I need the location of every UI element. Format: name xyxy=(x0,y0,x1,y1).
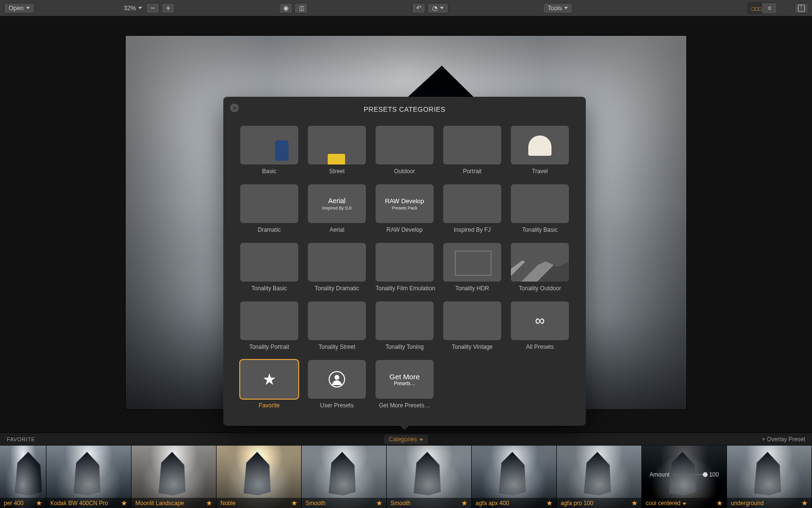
open-button[interactable]: Open xyxy=(4,3,35,14)
category-favorite[interactable]: ★ Favorite xyxy=(240,360,298,409)
star-icon[interactable]: ★ xyxy=(801,499,808,508)
category-thumb xyxy=(376,126,434,164)
category-tonality-outdoor[interactable]: Tonality Outdoor xyxy=(511,243,569,292)
overlay-sub: Presets… xyxy=(394,381,415,386)
history-button[interactable] xyxy=(427,3,449,14)
overlay-sub: Inspired By DJI xyxy=(322,206,351,210)
zoom-out-button[interactable]: − xyxy=(146,3,160,14)
preset-thumb[interactable]: agfa apx 400★ xyxy=(472,446,557,508)
category-label: Tonality Outdoor xyxy=(511,285,569,292)
preset-name: Kodak BW 400CN Pro xyxy=(50,500,108,507)
preset-name: Smooth xyxy=(391,500,410,507)
slider-track[interactable] xyxy=(673,474,705,475)
category-label: Tonality Vintage xyxy=(443,344,501,350)
overlay-sub: Presets Pack xyxy=(392,206,417,210)
star-icon[interactable]: ★ xyxy=(546,499,552,508)
chevron-down-icon xyxy=(440,7,444,9)
star-icon[interactable]: ★ xyxy=(461,499,467,508)
star-icon[interactable]: ★ xyxy=(206,499,212,508)
preview-toggle-button[interactable] xyxy=(279,3,292,14)
category-tonality-toning[interactable]: Tonality Toning xyxy=(376,301,434,350)
categories-label: Categories xyxy=(389,436,417,443)
category-tonality-vintage[interactable]: Tonality Vintage xyxy=(443,301,501,350)
compare-button[interactable] xyxy=(294,3,308,14)
category-user-presets[interactable]: User Presets xyxy=(308,360,366,409)
star-icon[interactable]: ★ xyxy=(36,499,42,508)
category-get-more-presets[interactable]: Get More Presets… Get More Presets… xyxy=(376,360,434,409)
category-raw-develop[interactable]: RAW Develop Presets Pack RAW Develop xyxy=(376,184,434,233)
category-inspired-by-fj[interactable]: Inspired By FJ xyxy=(443,184,501,233)
category-thumb xyxy=(511,184,569,223)
category-basic[interactable]: Basic xyxy=(240,126,298,175)
category-tonality-film-emulation[interactable]: Tonality Film Emulation xyxy=(376,243,434,292)
category-street[interactable]: Street xyxy=(308,126,366,175)
preset-strip[interactable]: per 400★ Kodak BW 400CN Pro★ Moonlit Lan… xyxy=(0,446,812,508)
overlay-preset-button[interactable]: + Overlay Preset xyxy=(762,436,805,443)
presets-icon xyxy=(751,5,759,12)
category-tonality-portrait[interactable]: Tonality Portrait xyxy=(240,301,298,350)
star-icon[interactable]: ★ xyxy=(291,499,297,508)
preset-name: per 400 xyxy=(4,500,24,507)
preset-thumb[interactable]: agfa pro 100★ xyxy=(557,446,642,508)
user-icon xyxy=(329,371,345,388)
preset-thumb[interactable]: Smooth★ xyxy=(302,446,387,508)
preset-name: Moonlit Landscape xyxy=(135,500,184,507)
infinity-icon: ∞ xyxy=(535,313,545,329)
chevron-down-icon xyxy=(138,7,142,9)
chevron-down-icon xyxy=(564,7,568,9)
preset-amount-slider[interactable]: Amount 100 xyxy=(642,471,726,478)
star-icon: ★ xyxy=(262,370,276,388)
preset-section-label: FAVORITE xyxy=(7,436,35,442)
star-icon[interactable]: ★ xyxy=(121,499,127,508)
presets-categories-modal: ✕ PRESETS CATEGORIES Basic Street Outdoo… xyxy=(223,97,586,426)
preset-thumb[interactable]: underground★ xyxy=(727,446,812,508)
category-thumb xyxy=(240,184,298,223)
zoom-in-button[interactable]: + xyxy=(161,3,175,14)
preset-thumb[interactable]: Kodak BW 400CN Pro★ xyxy=(46,446,131,508)
overlay-title: Get More xyxy=(390,373,420,381)
preset-thumb[interactable]: per 400★ xyxy=(0,446,46,508)
share-button[interactable] xyxy=(795,3,808,14)
category-all-presets[interactable]: ∞ All Presets xyxy=(511,301,569,350)
chevron-down-icon[interactable] xyxy=(682,503,686,505)
preset-thumb[interactable]: Smooth★ xyxy=(387,446,472,508)
category-travel[interactable]: Travel xyxy=(511,126,569,175)
category-label: Get More Presets… xyxy=(376,402,434,409)
top-toolbar: Open 32% − + Tools xyxy=(0,0,812,16)
undo-button[interactable] xyxy=(412,3,425,14)
category-thumb xyxy=(443,126,501,164)
category-outdoor[interactable]: Outdoor xyxy=(376,126,434,175)
tools-button[interactable]: Tools xyxy=(543,3,573,14)
zoom-value-dropdown[interactable]: 32% xyxy=(122,3,144,14)
star-icon[interactable]: ★ xyxy=(631,499,638,508)
category-aerial[interactable]: Aerial Inspired By DJI Aerial xyxy=(308,184,366,233)
category-label: Tonality Toning xyxy=(376,344,434,350)
categories-toggle-button[interactable]: Categories xyxy=(384,434,428,444)
category-label: Tonality Film Emulation xyxy=(376,285,434,292)
preset-bar: FAVORITE Categories + Overlay Preset per… xyxy=(0,433,812,508)
category-tonality-basic-2[interactable]: Tonality Basic xyxy=(240,243,298,292)
category-tonality-hdr[interactable]: Tonality HDR xyxy=(443,243,501,292)
category-tonality-dramatic[interactable]: Tonality Dramatic xyxy=(308,243,366,292)
open-label: Open xyxy=(9,5,24,12)
preset-thumb[interactable]: Noble★ xyxy=(217,446,302,508)
preset-thumb-selected[interactable]: Amount 100 cool centered ★ xyxy=(642,446,727,508)
adjustments-panel-button[interactable] xyxy=(762,3,777,14)
category-tonality-basic[interactable]: Tonality Basic xyxy=(511,184,569,233)
chevron-up-icon xyxy=(420,438,423,440)
amount-label: Amount xyxy=(650,471,669,478)
modal-close-button[interactable]: ✕ xyxy=(230,104,239,112)
category-thumb xyxy=(308,301,366,340)
zoom-value: 32% xyxy=(124,5,136,12)
category-label: Travel xyxy=(511,168,569,175)
preset-name: Noble xyxy=(220,500,235,507)
category-dramatic[interactable]: Dramatic xyxy=(240,184,298,233)
category-thumb xyxy=(240,243,298,282)
star-icon[interactable]: ★ xyxy=(376,499,382,508)
category-tonality-street[interactable]: Tonality Street xyxy=(308,301,366,350)
star-icon[interactable]: ★ xyxy=(716,499,723,508)
preset-thumb[interactable]: Moonlit Landscape★ xyxy=(131,446,217,508)
presets-panel-button[interactable] xyxy=(748,3,762,14)
category-portrait[interactable]: Portrait xyxy=(443,126,501,175)
category-label: Outdoor xyxy=(376,168,434,175)
